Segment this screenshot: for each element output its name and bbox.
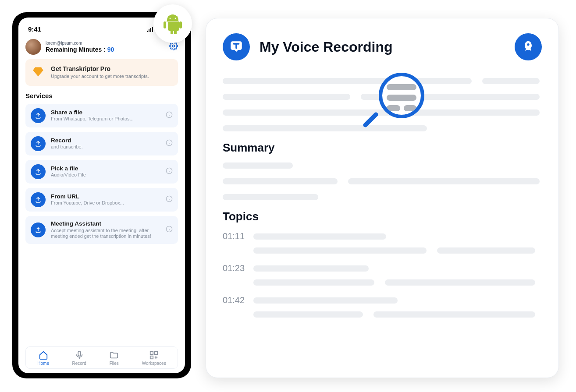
topic-row[interactable]: 01:23 <box>223 263 542 273</box>
status-time: 9:41 <box>28 25 41 33</box>
rocket-button[interactable] <box>515 33 542 60</box>
service-title: Pick a file <box>51 165 160 173</box>
service-subtitle: From Whatsapp, Telegram or Photos... <box>51 116 160 122</box>
info-icon[interactable] <box>166 195 173 204</box>
svg-rect-22 <box>150 356 153 359</box>
service-subtitle: From Youtube, Drive or Dropbox... <box>51 200 160 206</box>
topic-time: 01:23 <box>223 263 246 273</box>
topic-row[interactable]: 01:42 <box>223 295 542 305</box>
upload-icon <box>31 192 46 207</box>
phone-screen: 9:41 lorem@ipsum.com Remaining Minutes :… <box>18 18 185 373</box>
service-title: Record <box>51 137 160 145</box>
service-title: Meeting Assistant <box>51 220 160 228</box>
services-heading: Services <box>25 92 178 99</box>
user-email: lorem@ipsum.com <box>46 41 165 46</box>
topic-time: 01:11 <box>223 231 246 241</box>
info-icon[interactable] <box>166 167 173 176</box>
upload-icon <box>31 222 46 237</box>
signal-icon <box>146 27 154 32</box>
service-pick-file[interactable]: Pick a fileAudio/Video File <box>25 160 178 184</box>
summary-heading: Summary <box>223 141 542 155</box>
upload-icon <box>31 136 46 151</box>
tab-record[interactable]: Record <box>72 350 86 366</box>
service-meeting-assistant[interactable]: Meeting AssistantAccept meeting assistan… <box>25 216 178 244</box>
service-title: Share a file <box>51 109 160 117</box>
svg-rect-21 <box>155 352 157 354</box>
svg-point-24 <box>175 18 176 19</box>
avatar[interactable] <box>25 39 41 55</box>
promo-card[interactable]: Get Transkriptor Pro Upgrade your accoun… <box>25 59 178 86</box>
magnifier-icon <box>367 73 424 130</box>
phone-frame: 9:41 lorem@ipsum.com Remaining Minutes :… <box>12 12 191 378</box>
remaining-minutes: Remaining Minutes : 90 <box>46 46 165 53</box>
diamond-icon <box>32 65 45 78</box>
transcript-placeholder <box>223 78 542 131</box>
promo-subtitle: Upgrade your account to get more transcr… <box>51 73 149 80</box>
android-icon <box>162 13 183 34</box>
recording-panel: My Voice Recording Summary Topics 01:11 … <box>206 18 558 378</box>
service-record[interactable]: Recordand transcribe. <box>25 132 178 155</box>
summary-placeholder <box>223 162 542 200</box>
tab-home[interactable]: Home <box>37 350 49 366</box>
app-logo-icon <box>223 33 250 60</box>
service-from-url[interactable]: From URLFrom Youtube, Drive or Dropbox..… <box>25 188 178 212</box>
settings-icon[interactable] <box>169 42 178 52</box>
topic-row[interactable]: 01:11 <box>223 231 542 241</box>
service-subtitle: Accept meeting assistant to the meeting,… <box>51 228 160 240</box>
svg-point-3 <box>173 45 175 47</box>
svg-point-23 <box>170 18 171 19</box>
profile-row: lorem@ipsum.com Remaining Minutes : 90 <box>25 37 178 59</box>
service-subtitle: Audio/Video File <box>51 172 160 178</box>
tab-workspaces[interactable]: Workspaces <box>142 350 166 366</box>
svg-rect-19 <box>78 351 81 356</box>
topic-time: 01:42 <box>223 295 246 305</box>
svg-rect-20 <box>150 352 153 354</box>
promo-title: Get Transkriptor Pro <box>51 65 149 72</box>
svg-point-26 <box>527 43 529 46</box>
upload-icon <box>31 164 46 179</box>
android-badge <box>153 4 192 43</box>
tab-files[interactable]: Files <box>109 350 119 366</box>
tab-bar: Home Record Files Workspaces <box>25 346 178 369</box>
service-subtitle: and transcribe. <box>51 144 160 150</box>
upload-icon <box>31 108 46 123</box>
service-share-file[interactable]: Share a fileFrom Whatsapp, Telegram or P… <box>25 104 178 127</box>
info-icon[interactable] <box>166 139 173 148</box>
service-title: From URL <box>51 193 160 201</box>
info-icon[interactable] <box>166 111 173 120</box>
info-icon[interactable] <box>166 226 173 234</box>
topics-heading: Topics <box>223 210 542 223</box>
panel-title: My Voice Recording <box>260 39 505 55</box>
